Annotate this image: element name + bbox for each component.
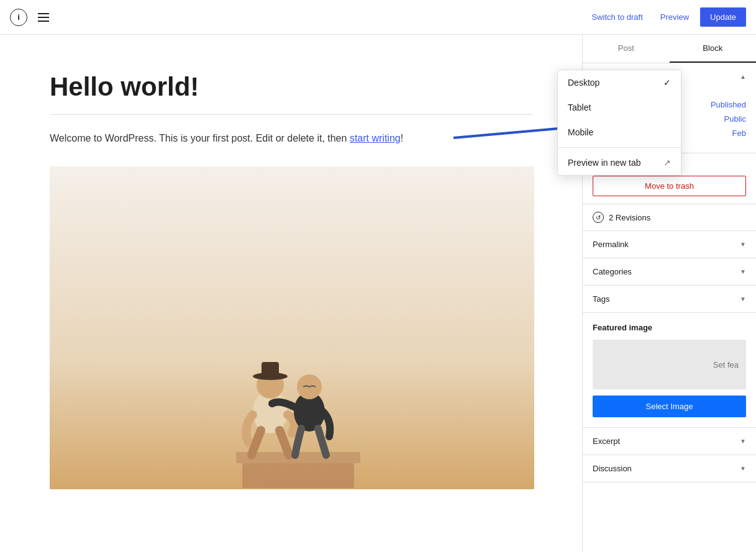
revisions-icon: ↺ — [593, 212, 604, 223]
svg-rect-5 — [262, 362, 279, 377]
update-button[interactable]: Update — [700, 7, 746, 27]
post-separator — [50, 114, 532, 115]
discussion-header[interactable]: Discussion ▼ — [583, 455, 756, 482]
publish-value[interactable]: Feb — [732, 129, 746, 138]
svg-rect-1 — [242, 463, 354, 488]
excerpt-header[interactable]: Excerpt ▼ — [583, 428, 756, 455]
start-writing-link[interactable]: start writing — [350, 133, 401, 143]
info-icon[interactable]: i — [10, 9, 27, 26]
discussion-section: Discussion ▼ — [583, 455, 756, 482]
sidebar-tabs: Post Block — [583, 35, 756, 63]
chevron-icon: ▲ — [740, 73, 746, 80]
switch-to-draft-button[interactable]: Switch to draft — [585, 9, 649, 25]
categories-header[interactable]: Categories ▼ — [583, 258, 756, 285]
revisions-row[interactable]: ↺ 2 Revisions — [583, 204, 756, 231]
featured-image-title: Featured image — [593, 323, 746, 332]
external-link-icon: ↗ — [663, 158, 671, 168]
discussion-chevron: ▼ — [740, 465, 746, 472]
check-mark-icon: ✓ — [663, 78, 671, 88]
excerpt-section: Excerpt ▼ — [583, 428, 756, 455]
post-title[interactable]: Hello world! — [50, 72, 532, 102]
permalink-chevron: ▼ — [740, 241, 746, 248]
move-to-trash-button[interactable]: Move to trash — [593, 176, 746, 196]
post-content: Welcome to WordPress. This is your first… — [50, 130, 532, 147]
tags-header[interactable]: Tags ▼ — [583, 286, 756, 312]
visibility-value[interactable]: Public — [724, 114, 746, 124]
tab-block[interactable]: Block — [670, 35, 757, 63]
toolbar-right: Switch to draft Preview Update — [585, 7, 746, 27]
dropdown-tablet[interactable]: Tablet — [558, 95, 681, 120]
featured-image-placeholder: Set fea — [593, 340, 746, 389]
dropdown-preview-new-tab[interactable]: Preview in new tab ↗ — [558, 150, 681, 175]
status-value[interactable]: Published — [711, 100, 746, 109]
permalink-header[interactable]: Permalink ▼ — [583, 231, 756, 258]
editor-area: Hello world! Welcome to WordPress. This … — [0, 35, 582, 552]
categories-chevron: ▼ — [740, 268, 746, 275]
excerpt-chevron: ▼ — [740, 438, 746, 445]
hamburger-icon[interactable] — [35, 9, 52, 26]
main-layout: Hello world! Welcome to WordPress. This … — [0, 35, 756, 552]
preview-dropdown: Desktop ✓ Tablet Mobile Preview in new t… — [557, 70, 681, 176]
tags-chevron: ▼ — [740, 296, 746, 302]
preview-button[interactable]: Preview — [654, 9, 695, 25]
permalink-section: Permalink ▼ — [583, 231, 756, 258]
people-illustration — [199, 291, 385, 489]
featured-image-section: Featured image Set fea Select Image — [583, 313, 756, 428]
post-image-block[interactable] — [50, 166, 534, 489]
dropdown-mobile[interactable]: Mobile — [558, 120, 681, 145]
toolbar: i Switch to draft Preview Update — [0, 0, 756, 35]
select-image-button[interactable]: Select Image — [593, 396, 746, 417]
categories-section: Categories ▼ — [583, 258, 756, 286]
dropdown-desktop[interactable]: Desktop ✓ — [558, 70, 681, 95]
dropdown-separator — [558, 147, 681, 148]
post-image-scene — [50, 166, 534, 489]
toolbar-left: i — [10, 9, 52, 26]
tab-post[interactable]: Post — [583, 35, 670, 63]
tags-section: Tags ▼ — [583, 286, 756, 313]
